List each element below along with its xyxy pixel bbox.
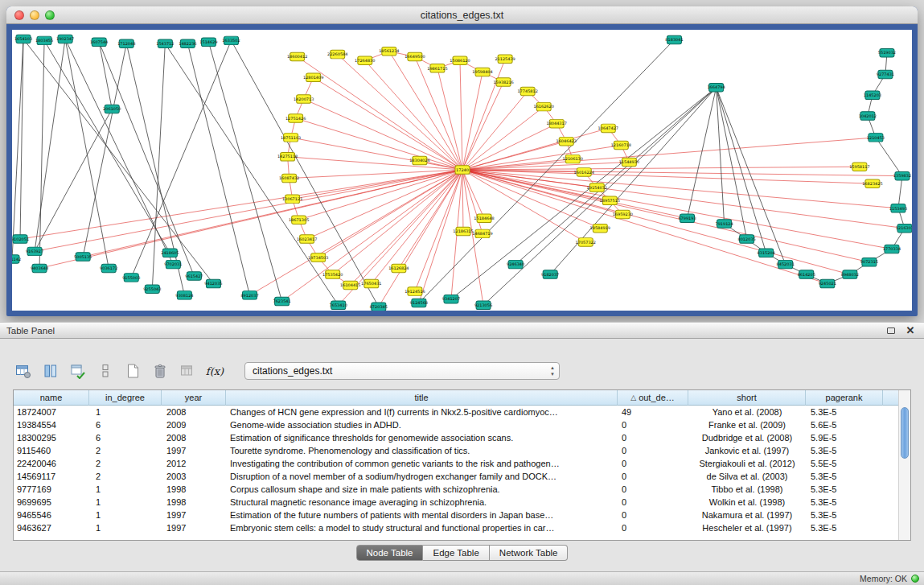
minimize-button[interactable]: [30, 10, 39, 20]
table-cell[interactable]: 9699695: [14, 496, 89, 509]
table-cell[interactable]: 2: [89, 470, 162, 483]
new-document-icon[interactable]: [122, 361, 143, 381]
delete-trash-icon[interactable]: [150, 361, 170, 381]
table-row[interactable]: 1872400712008Changes of HCN gene express…: [14, 406, 910, 418]
table-row[interactable]: 1830029562008Estimation of significance …: [14, 431, 910, 444]
tab-edge-table[interactable]: Edge Table: [423, 545, 489, 561]
tab-node-table[interactable]: Node Table: [356, 545, 424, 561]
table-row[interactable]: 946362711997Embryonic stem cells: a mode…: [14, 521, 910, 534]
table-cell[interactable]: 0: [618, 521, 688, 534]
table-cell[interactable]: 9777169: [14, 483, 89, 496]
close-button[interactable]: [14, 10, 24, 20]
table-cell[interactable]: de Silva et al. (2003): [688, 470, 806, 483]
table-cell[interactable]: Tourette syndrome. Phenomenology and cla…: [226, 444, 618, 457]
table-mode-icon[interactable]: [13, 361, 34, 381]
column-header-short[interactable]: short: [688, 390, 806, 406]
table-row[interactable]: 2242004622012Investigating the contribut…: [14, 457, 910, 470]
tab-network-table[interactable]: Network Table: [490, 545, 569, 561]
table-cell[interactable]: Investigating the contribution of common…: [226, 457, 618, 470]
table-cell[interactable]: Tibbo et al. (1998): [688, 483, 806, 496]
table-cell[interactable]: Yano et al. (2008): [688, 406, 806, 418]
scrollbar-thumb[interactable]: [901, 407, 909, 459]
table-cell[interactable]: 14569117: [14, 470, 89, 483]
table-cell[interactable]: Stergiakouli et al. (2012): [688, 457, 806, 470]
table-row[interactable]: 969969511998Structural magnetic resonanc…: [14, 496, 910, 509]
table-cell[interactable]: 5.5E-5: [806, 457, 883, 470]
function-builder-icon[interactable]: f(x): [204, 361, 225, 381]
table-cell[interactable]: 49: [618, 406, 688, 418]
network-selector[interactable]: citations_edges.txt ▲▼: [244, 362, 560, 380]
column-header-out-degree[interactable]: △ out_de…: [618, 390, 688, 406]
network-canvas[interactable]: 1724018600412128014091420071312751426187…: [12, 30, 912, 311]
table-cell[interactable]: 5.3E-5: [806, 406, 883, 418]
table-cell[interactable]: 5.3E-5: [806, 509, 883, 521]
table-cell[interactable]: 2009: [162, 418, 226, 431]
zoom-button[interactable]: [45, 10, 55, 20]
table-cell[interactable]: 18724007: [14, 406, 89, 418]
row-height-icon[interactable]: [95, 361, 116, 381]
table-cell[interactable]: 0: [618, 457, 688, 470]
table-cell[interactable]: 6: [89, 431, 162, 444]
close-panel-icon[interactable]: ✕: [903, 324, 918, 336]
table-cell[interactable]: 9465546: [14, 509, 89, 521]
table-cell[interactable]: 0: [618, 483, 688, 496]
table-cell[interactable]: 2: [89, 457, 162, 470]
table-cell[interactable]: 0: [618, 444, 688, 457]
table-cell[interactable]: 0: [618, 509, 688, 521]
table-cell[interactable]: 1997: [162, 444, 226, 457]
table-cell[interactable]: 1998: [162, 483, 226, 496]
column-header-title[interactable]: title: [226, 390, 618, 406]
table-cell[interactable]: Jankovic et al. (1997): [688, 444, 806, 457]
table-cell[interactable]: 1: [89, 406, 162, 418]
table-cell[interactable]: 5.3E-5: [806, 483, 883, 496]
table-cell[interactable]: Structural magnetic resonance image aver…: [226, 496, 618, 509]
table-cell[interactable]: 6: [89, 418, 162, 431]
table-cell[interactable]: Disruption of a novel member of a sodium…: [226, 470, 618, 483]
table-cell[interactable]: 5.3E-5: [806, 496, 883, 509]
table-cell[interactable]: 9463627: [14, 521, 89, 534]
table-cell[interactable]: 0: [618, 496, 688, 509]
table-scrollbar[interactable]: [898, 390, 910, 540]
table-cell[interactable]: 2003: [162, 470, 226, 483]
table-cell[interactable]: Nakamura et al. (1997): [688, 509, 806, 521]
table-cell[interactable]: 1998: [162, 496, 226, 509]
table-cell[interactable]: 18300295: [14, 431, 89, 444]
column-header-name[interactable]: name: [14, 390, 89, 406]
table-cell[interactable]: 0: [618, 431, 688, 444]
table-cell[interactable]: 9115460: [14, 444, 89, 457]
table-cell[interactable]: 1: [89, 483, 162, 496]
table-cell[interactable]: Hescheler et al. (1997): [688, 521, 806, 534]
window-titlebar[interactable]: citations_edges.txt: [6, 6, 918, 24]
table-cell[interactable]: Wolkin et al. (1998): [688, 496, 806, 509]
table-cell[interactable]: 5.3E-5: [806, 444, 883, 457]
column-header-year[interactable]: year: [162, 390, 226, 406]
table-cell[interactable]: 5.6E-5: [806, 418, 883, 431]
table-cell[interactable]: 1997: [162, 521, 226, 534]
column-header-in-degree[interactable]: in_degree: [89, 390, 162, 406]
table-cell[interactable]: Dudbridge et al. (2008): [688, 431, 806, 444]
table-cell[interactable]: 1997: [162, 509, 226, 521]
table-cell[interactable]: 2008: [162, 406, 226, 418]
show-columns-icon[interactable]: [40, 361, 61, 381]
table-row[interactable]: 977716911998Corpus callosum shape and si…: [14, 483, 910, 496]
table-cell[interactable]: 2012: [162, 457, 226, 470]
table-cell[interactable]: 0: [618, 418, 688, 431]
table-cell[interactable]: 5.9E-5: [806, 431, 883, 444]
edit-column-icon[interactable]: [68, 361, 88, 381]
table-cell[interactable]: Changes of HCN gene expression and I(f) …: [226, 406, 618, 418]
import-table-icon[interactable]: [177, 361, 198, 381]
table-cell[interactable]: Corpus callosum shape and size in male p…: [226, 483, 618, 496]
table-cell[interactable]: 2: [89, 444, 162, 457]
table-cell[interactable]: 1: [89, 521, 162, 534]
table-cell[interactable]: Embryonic stem cells: a model to study s…: [226, 521, 618, 534]
table-row[interactable]: 911546021997Tourette syndrome. Phenomeno…: [14, 444, 910, 457]
table-row[interactable]: 946554611997Estimation of the future num…: [14, 509, 910, 521]
table-cell[interactable]: Genome-wide association studies in ADHD.: [226, 418, 618, 431]
table-cell[interactable]: 5.3E-5: [806, 470, 883, 483]
table-cell[interactable]: 1: [89, 496, 162, 509]
table-row[interactable]: 1456911722003Disruption of a novel membe…: [14, 470, 910, 483]
table-cell[interactable]: 22420046: [14, 457, 89, 470]
float-panel-icon[interactable]: [884, 324, 898, 336]
table-cell[interactable]: 5.3E-5: [806, 521, 883, 534]
table-cell[interactable]: 19384554: [14, 418, 89, 431]
